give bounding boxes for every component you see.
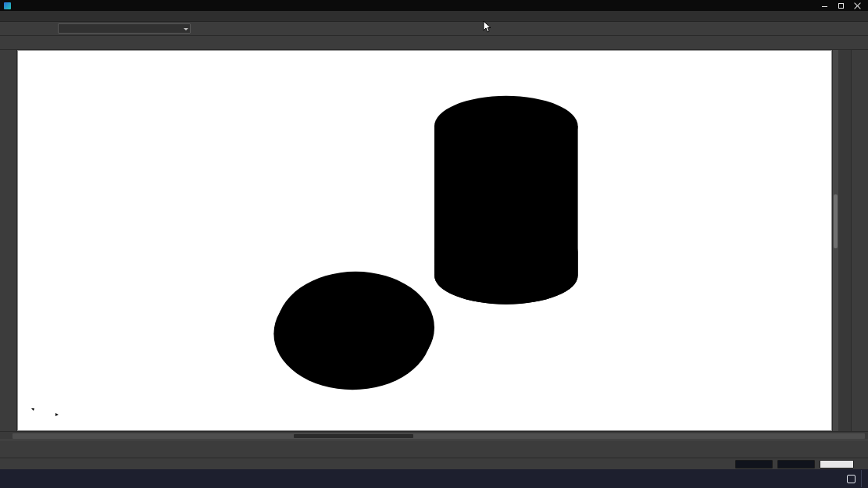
minimize-button[interactable] (821, 2, 828, 9)
window-controls (821, 2, 864, 9)
toolbar-row-2 (0, 36, 868, 50)
show-desktop-button[interactable] (861, 470, 863, 487)
right-palette-strip (851, 50, 868, 431)
turbocad-window (0, 0, 868, 488)
drawing-tools-toolbar (0, 50, 17, 431)
status-bar (0, 458, 868, 469)
notification-center-icon[interactable] (847, 475, 855, 483)
maximize-button[interactable] (838, 2, 845, 9)
toolbar-row-1 (0, 22, 868, 36)
model-view-scene[interactable] (18, 51, 831, 430)
drawing-canvas[interactable] (17, 50, 832, 431)
coordinate-x-field[interactable] (735, 460, 773, 468)
chevron-down-icon (184, 28, 188, 33)
menu-bar (0, 11, 868, 22)
ucs-axis-icon (31, 408, 59, 416)
workspace (0, 50, 868, 431)
horizontal-scroll-thumb[interactable] (294, 434, 413, 438)
vertical-scrollbar[interactable] (832, 50, 838, 431)
status-right-cluster (726, 460, 863, 468)
coordinate-z-field[interactable] (820, 460, 854, 468)
close-button[interactable] (854, 2, 861, 9)
cap-object[interactable] (273, 272, 434, 390)
system-tray (836, 470, 866, 487)
selection-combo[interactable] (58, 23, 191, 34)
vertical-scroll-thumb[interactable] (834, 194, 838, 248)
docked-panel-tabs (838, 50, 851, 431)
sheet-tab-bar (0, 431, 868, 440)
container-object[interactable] (434, 96, 578, 305)
inspector-bar (0, 440, 868, 458)
horizontal-scrollbar[interactable] (13, 433, 865, 439)
coordinate-y-field[interactable] (777, 460, 815, 468)
title-bar (0, 0, 868, 11)
app-logo-icon (4, 2, 11, 9)
windows-taskbar (0, 469, 868, 488)
